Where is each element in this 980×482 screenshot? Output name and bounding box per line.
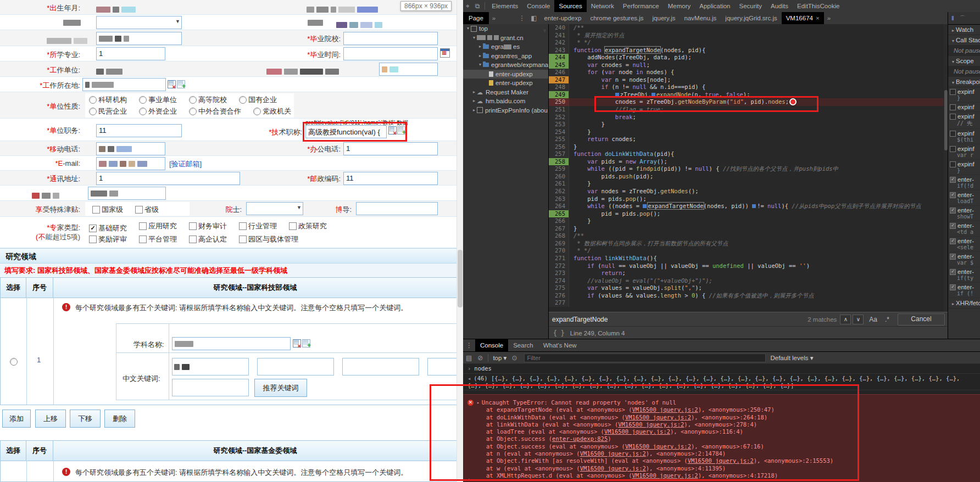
radio-icon[interactable] bbox=[189, 108, 197, 115]
editor-tab[interactable]: jquery.js bbox=[648, 12, 680, 24]
breakpoint-item[interactable]: enter-loadT bbox=[948, 190, 980, 206]
breakpoint-item[interactable]: enter-<sele bbox=[948, 237, 980, 252]
line-number[interactable]: 269 bbox=[549, 240, 569, 248]
code-line-251[interactable]: 251 //flag = true; bbox=[549, 106, 948, 114]
action-button-下移[interactable]: 下移 bbox=[70, 410, 101, 428]
radio-icon[interactable] bbox=[139, 108, 147, 115]
scope-section[interactable]: ▾Scope bbox=[948, 56, 980, 66]
pause-script-icon[interactable]: ‖ bbox=[951, 15, 954, 21]
nav-item-printexppsninfo--abou[interactable]: ▸printExpPsnInfo (abou bbox=[463, 106, 548, 115]
console-result[interactable]: ◂(46) [{…}, {…}, {…}, {…}, {…}, {…}, {…}… bbox=[463, 374, 980, 390]
editor-tab[interactable]: navMenu.js bbox=[680, 12, 721, 24]
clear-console-icon[interactable]: ⊘ bbox=[477, 354, 483, 362]
devtools-tab-performance[interactable]: Performance bbox=[619, 0, 664, 12]
console-sidebar-icon[interactable]: ▤ bbox=[466, 354, 472, 362]
page-scrollbar[interactable] bbox=[456, 0, 463, 482]
stack-link[interactable]: VM16500 jquery.js:2 bbox=[580, 450, 646, 457]
log-levels-select[interactable]: Default levels ▾ bbox=[770, 354, 813, 362]
error-expander-icon[interactable]: ▸ bbox=[477, 399, 480, 406]
code-line-257[interactable]: 257function doLinkWithData(pid){ bbox=[549, 150, 948, 158]
line-number[interactable]: 274 bbox=[549, 277, 569, 285]
major-input[interactable]: 1 bbox=[96, 47, 165, 60]
redacted-input-3[interactable] bbox=[88, 187, 166, 200]
radio-option[interactable]: 国有企业 bbox=[239, 95, 277, 105]
line-number[interactable]: 267 bbox=[549, 225, 569, 233]
radio-icon[interactable] bbox=[89, 108, 97, 115]
breakpoint-item[interactable]: enter-if(!d bbox=[948, 175, 980, 190]
checkbox-icon[interactable] bbox=[239, 236, 247, 243]
action-button-添加[interactable]: 添加 bbox=[2, 410, 31, 428]
devtools-tab-console[interactable]: Console bbox=[522, 0, 554, 12]
line-number[interactable]: 253 bbox=[549, 121, 569, 128]
devtools-tab-sources[interactable]: Sources bbox=[554, 0, 586, 12]
verify-email-link[interactable]: [验证邮箱] bbox=[169, 159, 202, 169]
code-line-277[interactable]: 277 bbox=[549, 299, 948, 307]
stack-link[interactable]: VM16500 jquery.js:2 bbox=[625, 443, 691, 450]
code-line-242[interactable]: 242 * */ bbox=[549, 39, 948, 47]
regex-toggle[interactable]: .* bbox=[885, 316, 889, 323]
add-selection-icon[interactable] bbox=[177, 80, 185, 88]
line-number[interactable]: 272 bbox=[549, 262, 569, 270]
code-line-256[interactable]: 256} bbox=[549, 143, 948, 151]
inspect-element-icon[interactable]: ⌖ bbox=[466, 2, 470, 10]
office-phone-input[interactable]: 1 bbox=[343, 142, 438, 155]
checkbox-icon[interactable] bbox=[189, 236, 197, 243]
breakpoint-checkbox[interactable] bbox=[950, 161, 956, 167]
console-prompt-chevron[interactable]: › bbox=[467, 476, 471, 482]
code-line-259[interactable]: 259 while ((pid = findpid(pid)) != null)… bbox=[549, 165, 948, 173]
radio-icon[interactable] bbox=[253, 108, 261, 115]
code-line-247[interactable]: 247 var n = nodes[node]; bbox=[549, 76, 948, 84]
subject-name-input[interactable] bbox=[172, 337, 291, 350]
radio-icon[interactable] bbox=[139, 96, 147, 104]
tech-title-input[interactable]: 高级教授function(val) { bbox=[305, 125, 387, 138]
radio-option[interactable]: 中外合资合作 bbox=[189, 107, 241, 116]
action-button-删除[interactable]: 删除 bbox=[104, 410, 135, 428]
checkbox-option[interactable]: 基础研究 bbox=[89, 223, 127, 233]
breakpoint-item[interactable]: expinf} bbox=[948, 160, 980, 175]
code-line-270[interactable]: 270 * */ bbox=[549, 247, 948, 255]
xhr-breakpoints-section[interactable]: ▸XHR/fetch Breakpoints bbox=[948, 298, 980, 309]
breakpoint-checkbox[interactable] bbox=[950, 254, 956, 260]
stack-link[interactable]: VM16500 jquery.js:2 bbox=[580, 465, 646, 472]
code-line-271[interactable]: 271function linkWithData(){ bbox=[549, 255, 948, 262]
line-number[interactable]: 262 bbox=[549, 188, 569, 195]
checkbox-option[interactable]: 省级 bbox=[135, 205, 159, 215]
subject-clear-icon[interactable] bbox=[293, 339, 301, 348]
code-line-240[interactable]: 240/** bbox=[549, 24, 948, 32]
editor-tab[interactable]: enter-updexp bbox=[540, 12, 586, 24]
line-number[interactable]: 249 bbox=[549, 91, 569, 99]
table1-row-radio[interactable] bbox=[10, 358, 18, 366]
hide-navigator-icon[interactable]: ◧ bbox=[531, 14, 537, 22]
line-number[interactable]: 258 bbox=[549, 158, 569, 166]
nav-item-top[interactable]: ▾top bbox=[463, 24, 548, 33]
line-number[interactable]: 259 bbox=[549, 165, 569, 173]
devtools-tab-audits[interactable]: Audits bbox=[766, 0, 793, 12]
calendar-icon[interactable] bbox=[440, 48, 450, 58]
console-tab-console[interactable]: Console bbox=[475, 339, 508, 351]
checkbox-option[interactable]: 园区与载体管理 bbox=[239, 234, 298, 244]
breakpoint-checkbox[interactable] bbox=[950, 114, 956, 120]
devtools-tab-editthiscookie[interactable]: EditThisCookie bbox=[793, 0, 844, 12]
devtools-tab-memory[interactable]: Memory bbox=[664, 0, 695, 12]
checkbox-icon[interactable] bbox=[89, 236, 97, 243]
search-cancel-button[interactable]: Cancel bbox=[898, 313, 945, 326]
checkbox-option[interactable]: 奖励评审 bbox=[89, 234, 127, 244]
nav-item-egrantres-app[interactable]: ▸egrantres_app bbox=[463, 52, 548, 61]
code-line-276[interactable]: 276 if (values && values.length > 0) { /… bbox=[549, 292, 948, 300]
code-line-265[interactable]: 265 pid = pids.pop(); bbox=[549, 210, 948, 218]
stack-link[interactable]: VM16500 jquery.js:2 bbox=[632, 472, 698, 479]
editor-more-tabs-icon[interactable]: » bbox=[827, 15, 831, 21]
line-number[interactable]: 275 bbox=[549, 284, 569, 292]
stack-link[interactable]: enter-updexp:825 bbox=[552, 435, 608, 442]
line-number[interactable]: 256 bbox=[549, 143, 569, 151]
breakpoint-item[interactable]: expinfvar r bbox=[948, 144, 980, 160]
stack-link[interactable]: VM16500 jquery.js:2 bbox=[604, 428, 670, 435]
navigator-menu-icon[interactable]: ⋮ bbox=[519, 14, 525, 22]
clear-selection-icon[interactable] bbox=[168, 80, 176, 88]
line-number[interactable]: 265 bbox=[549, 210, 569, 218]
email-input[interactable] bbox=[96, 157, 165, 170]
code-line-264[interactable]: 264 while ((nodes = expandTargetNode(nod… bbox=[549, 203, 948, 210]
call-stack-section[interactable]: ▾Call Stack bbox=[948, 35, 980, 46]
breakpoint-checkbox[interactable] bbox=[950, 177, 956, 183]
checkbox-option[interactable]: 财务审计 bbox=[189, 221, 227, 231]
